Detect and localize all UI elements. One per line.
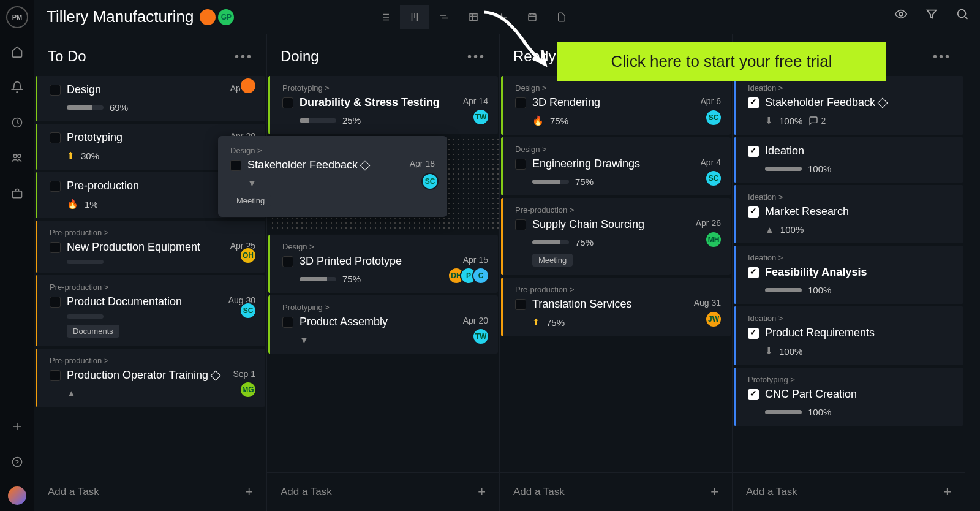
card-crumb: Ideation >: [748, 83, 954, 93]
card-crumb: Prototyping >: [282, 303, 488, 312]
task-card[interactable]: Ideation 100%: [734, 137, 963, 183]
card-checkbox[interactable]: [282, 317, 293, 328]
card-checkbox[interactable]: [748, 389, 759, 400]
card-checkbox[interactable]: [515, 299, 526, 310]
home-icon[interactable]: [6, 40, 28, 62]
filter-icon[interactable]: [925, 7, 938, 21]
task-card[interactable]: Design > Engineering Drawings Apr 4 75% …: [501, 137, 731, 195]
task-card[interactable]: Ideation > Product Requirements ⬇100%: [734, 306, 963, 365]
search-icon[interactable]: [956, 7, 969, 21]
card-checkbox[interactable]: [50, 242, 61, 253]
task-card[interactable]: Ideation > Feasibility Analysis 100%: [734, 246, 963, 304]
card-date: Apr 14: [463, 96, 488, 106]
progress-percent: 100%: [779, 346, 802, 357]
cta-banner[interactable]: Click here to start your free trial: [557, 42, 886, 81]
assignee-avatars[interactable]: DHPC: [453, 267, 489, 284]
task-card[interactable]: Design Apr 18 69%: [36, 76, 265, 121]
card-title: 3D Rendering: [532, 96, 695, 109]
card-checkbox[interactable]: [282, 256, 293, 267]
progress-percent: 30%: [81, 151, 99, 161]
assignee-avatar[interactable]: MH: [705, 231, 722, 248]
task-card[interactable]: Design > 3D Printed Prototype Apr 15 75%…: [268, 235, 498, 293]
task-card[interactable]: Pre-production > Product Documentation A…: [36, 275, 265, 346]
task-card[interactable]: Prototyping > Product Assembly Apr 20 ▼ …: [268, 295, 498, 354]
user-avatar[interactable]: [8, 486, 26, 505]
diamond-icon: [211, 371, 221, 381]
comments-icon[interactable]: 2: [809, 116, 826, 126]
card-checkbox[interactable]: [50, 181, 61, 192]
arrow-up-icon: ⬆: [67, 150, 75, 161]
card-date: Apr 6: [701, 96, 721, 106]
card-checkbox[interactable]: [50, 132, 61, 143]
card-title: Prototyping: [67, 131, 224, 144]
dragging-card[interactable]: Design > Stakeholder Feedback Apr 18 ▼ S…: [218, 136, 447, 217]
assignee-avatar[interactable]: OH: [239, 247, 257, 264]
card-checkbox[interactable]: [50, 297, 61, 308]
avatar: [198, 8, 217, 26]
add-task-button[interactable]: Add a Task+: [267, 472, 499, 511]
task-card[interactable]: Pre-production > New Production Equipmen…: [36, 221, 265, 273]
avatar: C: [472, 267, 489, 284]
people-icon[interactable]: [6, 147, 28, 169]
progress-bar: [765, 167, 802, 171]
task-card[interactable]: Prototyping > Durability & Stress Testin…: [268, 76, 498, 134]
assignee-avatar[interactable]: SC: [421, 173, 439, 190]
card-checkbox[interactable]: [748, 328, 759, 339]
view-plan-icon[interactable]: [429, 5, 459, 29]
add-task-button[interactable]: Add a Task+: [34, 473, 266, 511]
task-card[interactable]: Ideation > Market Research ▲100%: [734, 185, 963, 243]
assignee-avatar[interactable]: [239, 77, 257, 94]
bell-icon[interactable]: [6, 76, 28, 98]
task-card[interactable]: Prototyping > CNC Part Creation 100%: [734, 368, 963, 426]
column-menu-icon[interactable]: •••: [933, 50, 951, 64]
assignee-avatar[interactable]: SC: [705, 109, 722, 126]
add-task-button[interactable]: Add a Task+: [500, 472, 732, 511]
card-title: New Production Equipment: [67, 241, 224, 254]
add-icon[interactable]: [6, 415, 28, 437]
progress-bar: [67, 260, 104, 264]
help-icon[interactable]: [6, 451, 28, 473]
svg-point-8: [958, 10, 966, 18]
card-checkbox[interactable]: [230, 160, 241, 171]
assignee-avatar[interactable]: TW: [472, 328, 489, 345]
svg-point-1: [13, 154, 17, 157]
task-card[interactable]: Pre-production > Translation Services Au…: [501, 278, 731, 336]
card-tag: Meeting: [230, 194, 271, 207]
task-card[interactable]: Pre-production > Production Operator Tra…: [36, 349, 265, 407]
card-checkbox[interactable]: [748, 206, 759, 218]
card-checkbox[interactable]: [748, 146, 759, 157]
assignee-avatar[interactable]: TW: [472, 108, 489, 126]
column-title: Doing: [281, 48, 319, 65]
assignee-avatar[interactable]: JW: [705, 311, 722, 328]
card-checkbox[interactable]: [282, 97, 293, 108]
briefcase-icon[interactable]: [6, 183, 28, 205]
card-checkbox[interactable]: [748, 97, 759, 108]
card-title: Durability & Stress Testing: [300, 96, 457, 109]
view-list-icon[interactable]: [371, 5, 400, 29]
plus-icon: +: [245, 484, 253, 500]
add-task-button[interactable]: Add a Task+: [733, 472, 965, 511]
card-checkbox[interactable]: [50, 85, 61, 96]
view-board-icon[interactable]: [400, 5, 429, 29]
card-title: Stakeholder Feedback: [765, 96, 954, 109]
progress-percent: 100%: [808, 407, 831, 417]
card-title: Supply Chain Sourcing: [532, 218, 690, 231]
column-menu-icon[interactable]: •••: [235, 50, 253, 64]
card-title: Production Operator Training: [67, 369, 227, 382]
card-checkbox[interactable]: [515, 219, 526, 230]
card-checkbox[interactable]: [515, 159, 526, 170]
eye-icon[interactable]: [894, 7, 908, 21]
card-date: Aug 31: [694, 298, 721, 308]
task-card[interactable]: Pre-production > Supply Chain Sourcing A…: [501, 198, 731, 275]
card-checkbox[interactable]: [515, 97, 526, 108]
card-checkbox[interactable]: [50, 370, 61, 381]
assignee-avatar[interactable]: MG: [239, 381, 257, 398]
card-checkbox[interactable]: [748, 267, 759, 278]
task-card[interactable]: Ideation > Stakeholder Feedback ⬇100% 2: [734, 76, 963, 135]
column-doing: Doing ••• Prototyping > Durability & Str…: [267, 34, 500, 511]
assignee-avatar[interactable]: SC: [239, 302, 257, 319]
progress-percent: 100%: [808, 285, 831, 295]
assignee-avatar[interactable]: SC: [705, 170, 722, 187]
clock-icon[interactable]: [6, 112, 28, 134]
project-members[interactable]: GP: [203, 8, 235, 26]
